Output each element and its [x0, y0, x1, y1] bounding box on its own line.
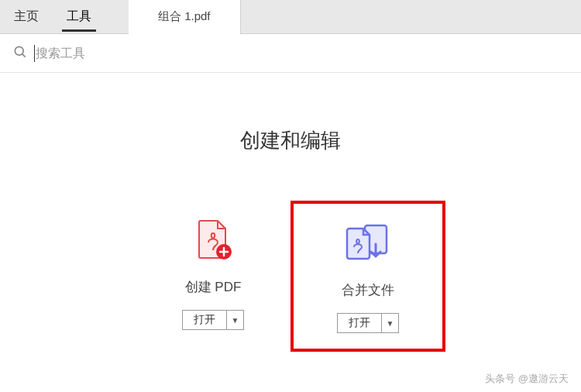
open-button[interactable]: 打开 — [337, 313, 382, 333]
tab-home[interactable]: 主页 — [0, 0, 53, 34]
tool-combine-files[interactable]: 合并文件 打开 ▼ — [290, 201, 445, 352]
open-button-group: 打开 ▼ — [182, 310, 244, 330]
search-input[interactable] — [36, 46, 569, 60]
content-area: 创建和编辑 创建 PDF 打开 ▼ — [0, 73, 581, 352]
open-button-group: 打开 ▼ — [337, 313, 399, 333]
create-pdf-icon — [191, 216, 235, 263]
open-dropdown[interactable]: ▼ — [227, 310, 244, 330]
tab-tools[interactable]: 工具 — [53, 0, 105, 34]
tab-bar: 主页 工具 组合 1.pdf — [0, 0, 581, 34]
tools-row: 创建 PDF 打开 ▼ 合并文件 打开 ▼ — [0, 201, 581, 352]
svg-line-1 — [22, 53, 26, 57]
tool-label: 创建 PDF — [185, 278, 242, 296]
tool-create-pdf[interactable]: 创建 PDF 打开 ▼ — [136, 201, 290, 352]
text-cursor — [34, 45, 35, 62]
search-bar — [0, 34, 581, 73]
tool-label: 合并文件 — [342, 281, 394, 299]
section-title: 创建和编辑 — [0, 127, 581, 154]
tab-document[interactable]: 组合 1.pdf — [129, 0, 241, 34]
watermark: 头条号 @遨游云天 — [485, 372, 569, 386]
combine-files-icon — [343, 219, 393, 266]
search-icon — [12, 44, 28, 63]
open-button[interactable]: 打开 — [182, 310, 227, 330]
open-dropdown[interactable]: ▼ — [382, 313, 399, 333]
svg-point-0 — [15, 46, 23, 55]
